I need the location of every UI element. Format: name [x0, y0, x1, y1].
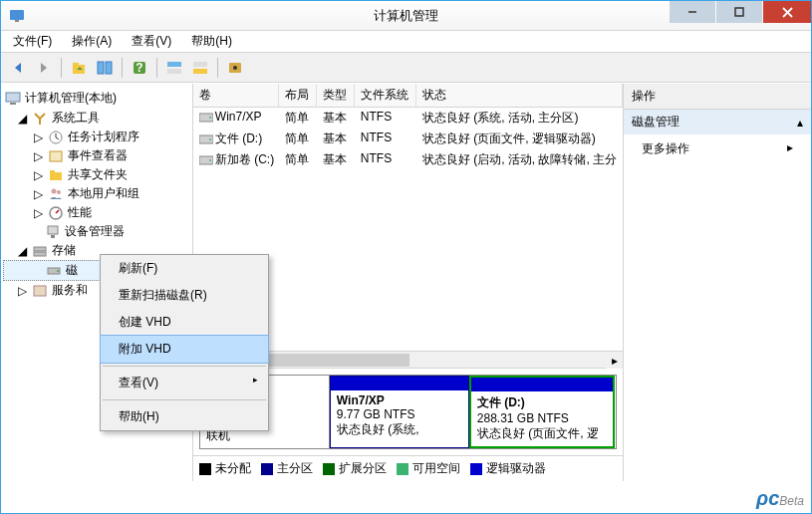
scroll-right-button[interactable]: ▸ — [606, 352, 623, 369]
svg-point-37 — [209, 138, 211, 140]
tree-local-users[interactable]: ▷本地用户和组 — [3, 184, 190, 203]
tree-task-scheduler[interactable]: ▷任务计划程序 — [3, 128, 190, 146]
tree-system-tools[interactable]: ◢ 系统工具 — [3, 109, 190, 128]
header-status[interactable]: 状态 — [416, 84, 623, 107]
header-volume[interactable]: 卷 — [193, 84, 279, 107]
volume-icon — [199, 154, 213, 166]
legend-swatch — [199, 463, 211, 475]
expander-icon[interactable]: ▷ — [33, 188, 44, 199]
legend-swatch — [470, 463, 482, 475]
svg-rect-8 — [98, 62, 104, 74]
watermark: ρcBeta — [756, 487, 804, 510]
svg-rect-7 — [73, 63, 79, 66]
svg-rect-27 — [48, 226, 58, 234]
context-help[interactable]: 帮助(H) — [101, 403, 268, 430]
forward-button[interactable] — [33, 57, 55, 79]
svg-point-24 — [52, 188, 57, 193]
view-bottom-button[interactable] — [189, 57, 211, 79]
svg-rect-19 — [10, 103, 16, 105]
show-hide-button[interactable] — [94, 57, 116, 79]
actions-more[interactable]: 更多操作▸ — [624, 134, 811, 163]
services-icon — [32, 283, 48, 299]
menu-help[interactable]: 帮助(H) — [187, 31, 236, 52]
actions-pane: 操作 磁盘管理 ▴ 更多操作▸ — [624, 84, 811, 481]
window-title: 计算机管理 — [374, 7, 438, 25]
svg-point-25 — [57, 190, 61, 194]
context-rescan[interactable]: 重新扫描磁盘(R) — [101, 282, 268, 309]
volume-row[interactable]: 文件 (D:) 简单 基本 NTFS 状态良好 (页面文件, 逻辑驱动器) — [193, 128, 623, 149]
context-view[interactable]: 查看(V) — [101, 370, 268, 396]
volume-row[interactable]: Win7/XP 简单 基本 NTFS 状态良好 (系统, 活动, 主分区) — [193, 108, 623, 128]
minimize-button[interactable] — [670, 1, 715, 23]
svg-rect-13 — [167, 69, 181, 74]
context-attach-vhd[interactable]: 附加 VHD — [100, 335, 269, 364]
legend-swatch — [323, 463, 335, 475]
svg-rect-15 — [193, 69, 207, 74]
expander-icon[interactable]: ▷ — [33, 131, 44, 142]
svg-point-32 — [57, 270, 59, 272]
close-button[interactable] — [763, 1, 811, 23]
partition-primary[interactable]: Win7/XP 9.77 GB NTFS 状态良好 (系统, — [330, 376, 469, 448]
collapse-icon[interactable]: ▴ — [797, 116, 803, 129]
event-icon — [48, 148, 64, 164]
expander-icon[interactable]: ▷ — [17, 285, 28, 296]
svg-point-17 — [233, 66, 237, 70]
svg-rect-9 — [106, 62, 112, 74]
svg-rect-18 — [6, 93, 20, 102]
svg-rect-12 — [167, 62, 181, 67]
svg-rect-22 — [50, 172, 62, 180]
tree-device-manager[interactable]: 设备管理器 — [3, 222, 190, 241]
menu-file[interactable]: 文件(F) — [9, 31, 56, 52]
tools-icon — [32, 111, 48, 127]
expander-icon[interactable]: ◢ — [17, 245, 28, 256]
tree-performance[interactable]: ▷性能 — [3, 203, 190, 222]
svg-rect-30 — [34, 252, 46, 256]
tree-shared-folders[interactable]: ▷共享文件夹 — [3, 165, 190, 184]
up-button[interactable] — [68, 57, 90, 79]
view-top-button[interactable] — [163, 57, 185, 79]
tree-event-viewer[interactable]: ▷事件查看器 — [3, 146, 190, 165]
folder-icon — [48, 167, 64, 183]
clock-icon — [48, 129, 64, 145]
header-type[interactable]: 类型 — [317, 84, 355, 107]
volume-icon — [199, 133, 213, 145]
svg-rect-14 — [193, 62, 207, 67]
header-layout[interactable]: 布局 — [279, 84, 317, 107]
expander-icon[interactable]: ▷ — [33, 207, 44, 218]
settings-button[interactable] — [224, 57, 246, 79]
expander-icon[interactable]: ▷ — [33, 150, 44, 161]
legend: 未分配 主分区 扩展分区 可用空间 逻辑驱动器 — [193, 455, 623, 481]
svg-rect-28 — [51, 235, 55, 238]
menu-view[interactable]: 查看(V) — [128, 31, 175, 52]
storage-icon — [32, 243, 48, 259]
actions-section[interactable]: 磁盘管理 ▴ — [624, 110, 811, 134]
svg-rect-0 — [10, 10, 24, 20]
header-fs[interactable]: 文件系统 — [355, 84, 416, 107]
partition-logical[interactable]: 文件 (D:) 288.31 GB NTFS 状态良好 (页面文件, 逻 — [469, 376, 615, 448]
svg-rect-21 — [50, 151, 62, 161]
help-button[interactable]: ? — [129, 57, 150, 79]
computer-icon — [5, 91, 21, 107]
svg-point-39 — [209, 159, 211, 161]
svg-rect-23 — [50, 170, 55, 173]
expander-icon[interactable]: ◢ — [17, 113, 28, 124]
actions-header: 操作 — [624, 84, 811, 110]
tree-root[interactable]: 计算机管理(本地) — [3, 88, 190, 109]
device-icon — [45, 224, 61, 240]
context-separator — [103, 399, 266, 400]
performance-icon — [48, 205, 64, 221]
volume-row[interactable]: 新加卷 (C:) 简单 基本 NTFS 状态良好 (启动, 活动, 故障转储, … — [193, 149, 623, 170]
svg-point-35 — [209, 117, 211, 119]
back-button[interactable] — [7, 57, 29, 79]
legend-swatch — [261, 463, 273, 475]
context-refresh[interactable]: 刷新(F) — [101, 255, 268, 282]
context-separator — [103, 366, 266, 367]
svg-rect-3 — [735, 8, 743, 16]
menu-action[interactable]: 操作(A) — [68, 31, 116, 52]
volume-icon — [199, 112, 213, 124]
svg-rect-29 — [34, 247, 46, 251]
expander-icon[interactable]: ▷ — [33, 169, 44, 180]
maximize-button[interactable] — [716, 1, 762, 23]
titlebar: 计算机管理 — [1, 1, 811, 31]
context-create-vhd[interactable]: 创建 VHD — [101, 309, 268, 336]
